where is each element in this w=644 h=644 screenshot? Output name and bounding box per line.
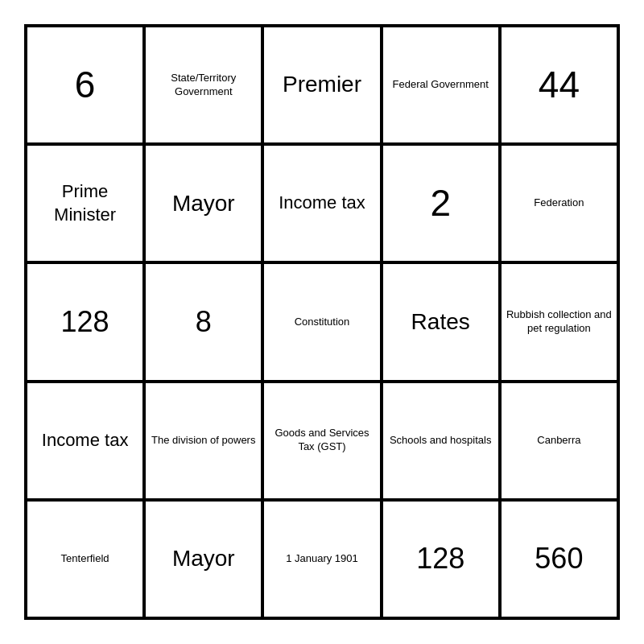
cell-17: Goods and Services Tax (GST) — [262, 382, 381, 500]
cell-2: Premier — [262, 26, 381, 144]
cell-9: Federation — [500, 144, 618, 262]
cell-6: Mayor — [144, 144, 262, 262]
cell-10: 128 — [26, 262, 144, 381]
cell-21: Mayor — [144, 500, 262, 618]
cell-23: 128 — [382, 500, 500, 618]
bingo-board: 6State/Territory GovernmentPremierFedera… — [24, 24, 620, 620]
cell-16: The division of powers — [144, 382, 262, 500]
cell-18: Schools and hospitals — [382, 382, 500, 500]
cell-5: Prime Minister — [26, 144, 144, 262]
cell-1: State/Territory Government — [144, 26, 262, 144]
cell-15: Income tax — [26, 382, 144, 500]
cell-7: Income tax — [262, 144, 381, 262]
cell-12: Constitution — [262, 262, 381, 381]
cell-11: 8 — [144, 262, 262, 381]
cell-3: Federal Government — [382, 26, 500, 144]
cell-22: 1 January 1901 — [262, 500, 381, 618]
cell-8: 2 — [382, 144, 500, 262]
cell-4: 44 — [500, 26, 618, 144]
cell-24: 560 — [500, 500, 618, 618]
cell-19: Canberra — [500, 382, 618, 500]
cell-14: Rubbish collection and pet regulation — [500, 262, 618, 381]
cell-0: 6 — [26, 26, 144, 144]
cell-13: Rates — [382, 262, 500, 381]
cell-20: Tenterfield — [26, 500, 144, 618]
